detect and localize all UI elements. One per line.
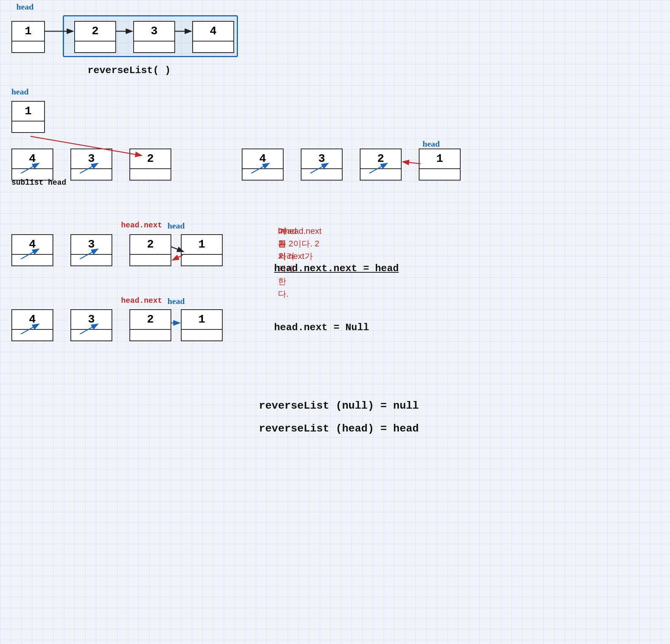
node-pointer-s2-2b	[361, 169, 401, 180]
node-pointer-s3-t4	[12, 255, 53, 265]
node-s1-1: 1	[11, 21, 45, 53]
node-pointer-s3-b1	[182, 330, 222, 340]
node-s1-3: 3	[133, 21, 175, 53]
node-pointer-s2-3a	[71, 169, 112, 180]
node-pointer-s1-4	[193, 42, 233, 52]
node-pointer-s2-4b	[242, 169, 283, 180]
node-pointer-s2-1	[12, 121, 44, 132]
node-s2-4b: 4	[242, 149, 284, 181]
head-label-s3-top: head	[168, 221, 185, 231]
node-pointer-s1-3	[134, 42, 174, 52]
node-pointer-s2-1b	[420, 169, 460, 180]
node-value-s3-b4: 4	[12, 310, 53, 330]
node-s2-3b: 3	[301, 149, 343, 181]
node-value-s2-3a: 3	[71, 149, 112, 169]
head-next-label-top: head.next	[121, 221, 162, 230]
node-value-s1-1: 1	[12, 22, 44, 42]
node-s1-2: 2	[74, 21, 116, 53]
node-s3-b2: 2	[129, 309, 171, 341]
node-s2-3a: 3	[70, 149, 112, 181]
node-value-s1-4: 4	[193, 22, 233, 42]
node-pointer-s1-2	[75, 42, 115, 52]
node-s3-b1: 1	[181, 309, 223, 341]
svg-line-9	[404, 162, 421, 164]
head-label-s1: head	[16, 2, 34, 12]
node-pointer-s2-3b	[302, 169, 342, 180]
node-s3-b4: 4	[11, 309, 53, 341]
node-pointer-s1-1	[12, 42, 44, 52]
node-value-s2-1b: 1	[420, 149, 460, 169]
node-s2-2a: 2	[129, 149, 171, 181]
node-value-s3-t3: 3	[71, 235, 112, 255]
node-value-s3-b1: 1	[182, 310, 222, 330]
formula-head-next-next: head.next.next = head	[274, 263, 399, 274]
node-s3-t4: 4	[11, 234, 53, 266]
node-s2-1: 1	[11, 101, 45, 133]
head-label-s3-bottom: head	[168, 296, 185, 306]
reverselist-label: reverseList( )	[88, 65, 171, 76]
node-s3-t2: 2	[129, 234, 171, 266]
node-value-s3-t4: 4	[12, 235, 53, 255]
node-pointer-s2-2a	[130, 169, 171, 180]
node-pointer-s3-b3	[71, 330, 112, 340]
node-value-s2-4a: 4	[12, 149, 53, 169]
node-value-s1-3: 3	[134, 22, 174, 42]
node-value-s3-b3: 3	[71, 310, 112, 330]
node-value-s2-1: 1	[12, 102, 44, 121]
node-s2-1b: 1	[419, 149, 461, 181]
node-s3-b3: 3	[70, 309, 112, 341]
node-value-s3-t2: 2	[130, 235, 171, 255]
node-s1-4: 4	[192, 21, 234, 53]
node-pointer-s3-t2	[130, 255, 171, 265]
node-s2-4a: 4	[11, 149, 53, 181]
formula-reverselist-head: reverseList (head) = head	[259, 423, 419, 435]
formula-head-next-null: head.next = Null	[274, 322, 369, 333]
node-value-s2-4b: 4	[242, 149, 283, 169]
head-label-s2-right: head	[423, 139, 440, 149]
head-next-label-bottom: head.next	[121, 296, 162, 305]
node-value-s1-2: 2	[75, 22, 115, 42]
node-pointer-s3-t3	[71, 255, 112, 265]
node-s2-2b: 2	[360, 149, 402, 181]
node-s3-t1: 1	[181, 234, 223, 266]
sublist-head-label: sublist head	[11, 178, 66, 187]
head-label-s2: head	[11, 87, 29, 97]
node-value-s2-2b: 2	[361, 149, 401, 169]
formula-reverselist-null: reverseList (null) = null	[259, 400, 419, 412]
node-value-s3-t1: 1	[182, 235, 222, 255]
node-pointer-s3-b2	[130, 330, 171, 340]
node-s3-t3: 3	[70, 234, 112, 266]
node-value-s2-2a: 2	[130, 149, 171, 169]
node-value-s3-b2: 2	[130, 310, 171, 330]
node-pointer-s3-b4	[12, 330, 53, 340]
node-value-s2-3b: 3	[302, 149, 342, 169]
node-pointer-s3-t1	[182, 255, 222, 265]
